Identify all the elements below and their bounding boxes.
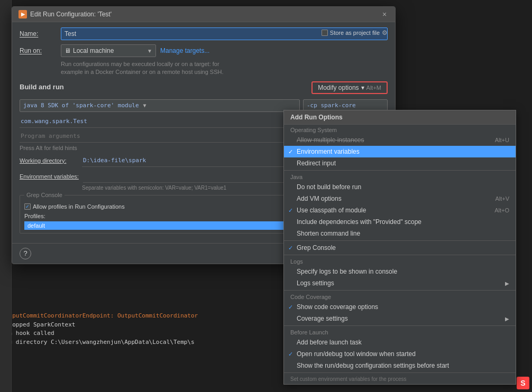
grep-console-item[interactable]: Grep Console [284, 242, 516, 254]
env-vars-label: Environment variables [297, 148, 360, 155]
sdk-label: java 8 SDK of 'spark-core' module [23, 102, 139, 109]
dialog-titlebar: ▶ Edit Run Configuration: 'Test' × [12, 7, 395, 22]
store-project-label: Store as project file [330, 30, 380, 36]
sdk-arrow-icon: ▼ [143, 102, 146, 108]
run-on-label: Run on: [20, 47, 57, 54]
separator-6 [284, 372, 516, 373]
grep-console-menu-label: Grep Console [297, 244, 336, 251]
build-run-title: Build and run [20, 83, 64, 91]
shorten-cmd-label: Shorten command line [297, 230, 360, 237]
store-project-checkbox[interactable] [322, 30, 328, 36]
allow-profiles-label: Allow profiles in Run Configurations [33, 203, 125, 210]
add-before-launch-label: Add before launch task [297, 339, 362, 346]
run-on-select[interactable]: 🖥 Local machine ▼ [61, 44, 156, 57]
separator-4 [284, 290, 516, 291]
coverage-settings-item[interactable]: Coverage settings ▶ [284, 313, 516, 324]
dropdown-footer-text: Set custom environment variables for the… [284, 374, 516, 384]
show-config-settings-item[interactable]: Show the run/debug configuration setting… [284, 360, 516, 371]
env-label: Environment variables: [20, 173, 79, 180]
store-gear-icon[interactable]: ⚙ [382, 29, 388, 36]
add-vm-options-item[interactable]: Add VM options Alt+V [284, 193, 516, 204]
coverage-section-label: Code Coverage [284, 292, 516, 301]
use-classpath-shortcut: Alt+O [494, 207, 509, 213]
run-on-description: Run configurations may be executed local… [61, 60, 388, 77]
grep-console-title: Grep Console [24, 192, 65, 198]
logs-settings-label: Logs settings [297, 279, 334, 287]
allow-multiple-instances-item[interactable]: Allow multiple instances Alt+U [284, 134, 516, 146]
use-classpath-label: Use classpath of module [297, 207, 366, 214]
show-config-settings-label: Show the run/debug configuration setting… [297, 362, 449, 369]
dropdown-header: Add Run Options [284, 110, 516, 125]
separator-1 [284, 170, 516, 171]
modify-shortcut-label: Alt+M [366, 85, 381, 91]
open-run-debug-label: Open run/debug tool window when started [297, 350, 416, 358]
dropdown-arrow-icon: ▾ [361, 84, 364, 91]
shorten-cmd-item[interactable]: Shorten command line [284, 228, 516, 239]
wd-label: Working directory: [20, 157, 78, 164]
run-on-row: Run on: 🖥 Local machine ▼ Manage targets… [20, 44, 388, 57]
store-as-project-row: Store as project file ⚙ [322, 29, 388, 36]
select-arrow-icon: ▼ [147, 48, 152, 54]
add-vm-shortcut: Alt+V [495, 195, 509, 202]
modify-options-label: Modify options [318, 84, 359, 91]
allow-multiple-shortcut: Alt+U [495, 137, 509, 143]
environment-variables-item[interactable]: Environment variables [284, 146, 516, 157]
sdk-select[interactable]: java 8 SDK of 'spark-core' module ▼ [20, 99, 300, 112]
include-dependencies-item[interactable]: Include dependencies with "Provided" sco… [284, 216, 516, 228]
computer-icon: 🖥 [65, 47, 71, 54]
logs-section-label: Logs [284, 256, 516, 266]
separator-5 [284, 325, 516, 326]
allow-profiles-checkbox[interactable]: ✓ [24, 203, 31, 210]
local-machine-text: Local machine [73, 47, 114, 54]
sidebar-strip [0, 0, 12, 392]
intellij-logo: S [517, 377, 529, 389]
no-build-label: Do not build before run [297, 183, 361, 191]
os-section-label: Operating System [284, 125, 516, 134]
specify-logs-label: Specify logs to be shown in console [297, 268, 397, 275]
separator-3 [284, 255, 516, 255]
add-vm-label: Add VM options [297, 195, 342, 202]
use-classpath-item[interactable]: Use classpath of module Alt+O [284, 204, 516, 216]
separator-2 [284, 240, 516, 241]
run-icon: ▶ [19, 10, 27, 18]
add-run-options-dropdown: Add Run Options Operating System Allow m… [283, 110, 516, 385]
before-launch-section-label: Before Launch [284, 327, 516, 337]
name-label: Name: [20, 30, 57, 38]
redirect-input-item[interactable]: Redirect input [284, 157, 516, 169]
include-deps-label: Include dependencies with "Provided" sco… [297, 218, 421, 226]
show-coverage-item[interactable]: Show code coverage options [284, 301, 516, 313]
logs-settings-item[interactable]: Logs settings ▶ [284, 277, 516, 289]
modify-options-button[interactable]: Modify options ▾ Alt+M [311, 81, 388, 94]
help-button[interactable]: ? [20, 248, 31, 259]
manage-targets-link[interactable]: Manage targets... [160, 47, 209, 54]
open-run-debug-item[interactable]: Open run/debug tool window when started [284, 348, 516, 360]
close-button[interactable]: × [380, 10, 389, 18]
java-section-label: Java [284, 172, 516, 181]
coverage-settings-label: Coverage settings [297, 315, 348, 322]
dialog-title: Edit Run Configuration: 'Test' [30, 11, 112, 18]
title-left: ▶ Edit Run Configuration: 'Test' [19, 10, 112, 18]
redirect-input-label: Redirect input [297, 160, 336, 167]
logs-settings-arrow-icon: ▶ [505, 281, 509, 286]
no-build-item[interactable]: Do not build before run [284, 181, 516, 193]
specify-logs-item[interactable]: Specify logs to be shown in console [284, 266, 516, 277]
allow-multiple-label: Allow multiple instances [297, 136, 364, 144]
coverage-settings-arrow-icon: ▶ [505, 316, 509, 322]
show-coverage-label: Show code coverage options [297, 303, 378, 311]
add-before-launch-item[interactable]: Add before launch task [284, 337, 516, 348]
